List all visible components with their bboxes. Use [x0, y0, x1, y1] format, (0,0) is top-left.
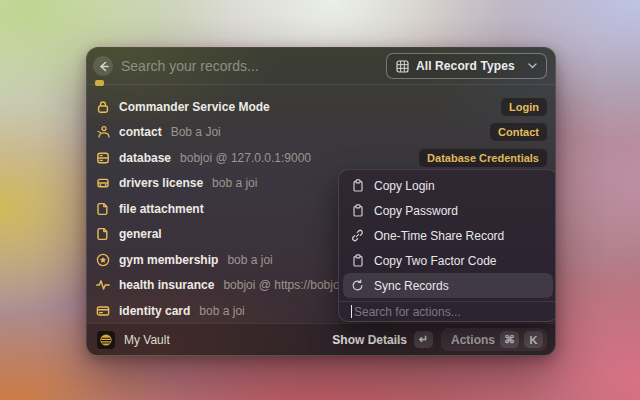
menu-item-label: Sync Records: [374, 279, 449, 293]
partial-scrolled-record-icon: [95, 80, 104, 86]
command-key-badge: ⌘: [500, 331, 519, 348]
file-icon: [95, 201, 110, 216]
menu-item-label: Copy Password: [374, 204, 458, 218]
record-title: gym membership: [119, 253, 218, 267]
vault-selector[interactable]: My Vault: [97, 331, 170, 349]
record-type-badge: Contact: [490, 123, 547, 141]
record-title: Commander Service Mode: [119, 100, 270, 114]
keeper-vault-logo-icon: [97, 331, 115, 349]
record-subtitle: bobjoi @ 127.0.0.1:9000: [180, 151, 311, 165]
record-title: drivers license: [119, 176, 203, 190]
actions-button[interactable]: Actions ⌘ K: [441, 328, 547, 351]
menu-item-label: Copy Two Factor Code: [374, 254, 497, 268]
show-details-label: Show Details: [332, 333, 407, 347]
sync-icon: [351, 279, 364, 292]
search-overlay-panel: All Record Types Commander Service Mode …: [86, 47, 556, 356]
contact-icon: [95, 125, 110, 140]
link-icon: [351, 229, 364, 242]
k-key-badge: K: [524, 331, 543, 348]
search-bar: All Record Types: [87, 48, 555, 85]
pulse-icon: [95, 278, 110, 293]
back-arrow-icon: [98, 61, 109, 72]
record-subtitle: bob a joi: [199, 304, 244, 318]
footer-bar: My Vault Show Details ↵ Actions ⌘ K: [87, 323, 555, 355]
desktop-background: All Record Types Commander Service Mode …: [0, 0, 640, 400]
text-caret: [351, 305, 352, 318]
menu-item-one-time-share-record[interactable]: One-Time Share Record: [343, 223, 553, 248]
menu-item-copy-login[interactable]: Copy Login: [343, 173, 553, 198]
menu-item-copy-password[interactable]: Copy Password: [343, 198, 553, 223]
record-title: contact: [119, 125, 162, 139]
lock-icon: [95, 99, 110, 114]
file-icon: [95, 227, 110, 242]
clipboard-icon: [351, 204, 364, 217]
clipboard-icon: [351, 179, 364, 192]
car-icon: [95, 176, 110, 191]
actions-label: Actions: [451, 333, 495, 347]
record-type-badge: Database Credentials: [419, 149, 547, 167]
clipboard-icon: [351, 254, 364, 267]
record-row-commander-service-mode[interactable]: Commander Service Mode Login: [87, 94, 555, 120]
menu-item-copy-two-factor-code[interactable]: Copy Two Factor Code: [343, 248, 553, 273]
chevron-down-icon: [528, 63, 537, 69]
record-subtitle: bob a joi: [212, 176, 257, 190]
record-title: general: [119, 227, 162, 241]
record-type-filter-label: All Record Types: [416, 59, 515, 73]
actions-context-menu: Copy Login Copy Password One-Time Share …: [338, 169, 556, 322]
footer-actions: Show Details ↵ Actions ⌘ K: [332, 328, 547, 351]
back-button[interactable]: [93, 56, 113, 76]
card-icon: [95, 303, 110, 318]
menu-item-label: Copy Login: [374, 179, 435, 193]
menu-item-sync-records[interactable]: Sync Records: [343, 273, 553, 298]
actions-search-input[interactable]: Search for actions...: [339, 302, 556, 321]
record-type-badge: Login: [501, 98, 547, 116]
database-icon: [95, 150, 110, 165]
enter-key-badge: ↵: [414, 331, 433, 348]
search-input[interactable]: [121, 58, 378, 74]
menu-item-label: One-Time Share Record: [374, 229, 504, 243]
record-row-contact[interactable]: contact Bob a Joi Contact: [87, 120, 555, 146]
record-row-database[interactable]: database bobjoi @ 127.0.0.1:9000 Databas…: [87, 145, 555, 171]
show-details-button[interactable]: Show Details ↵: [332, 331, 433, 348]
record-subtitle: Bob a Joi: [171, 125, 221, 139]
record-title: file attachment: [119, 202, 204, 216]
record-title: health insurance: [119, 278, 214, 292]
vault-name-label: My Vault: [124, 333, 170, 347]
record-types-grid-icon: [396, 60, 409, 73]
record-type-filter-dropdown[interactable]: All Record Types: [386, 53, 547, 79]
star-icon: [95, 252, 110, 267]
record-title: database: [119, 151, 171, 165]
record-subtitle: bob a joi: [227, 253, 272, 267]
record-title: identity card: [119, 304, 190, 318]
actions-search-placeholder: Search for actions...: [354, 305, 461, 319]
